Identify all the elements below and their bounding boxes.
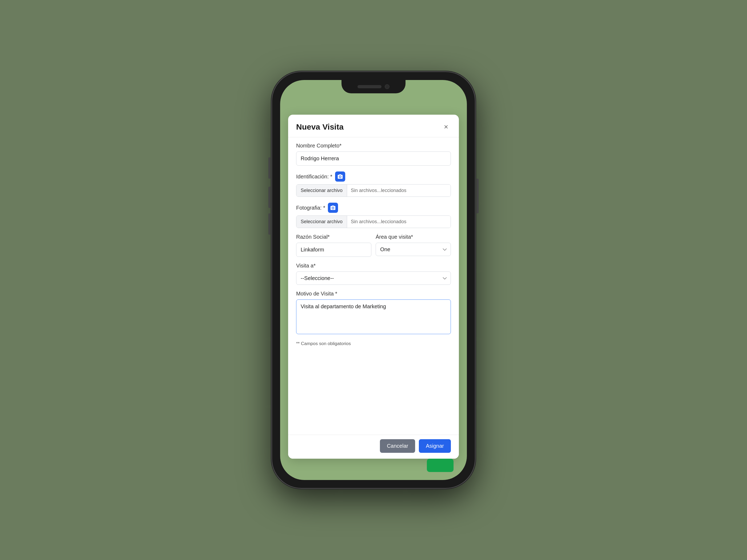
motivo-visita-textarea[interactable]: Visita al departamento de Marketing xyxy=(296,299,451,334)
phone-screen: Nueva Visita × Nombre Completo* Identifi… xyxy=(280,80,467,480)
fotografia-select-file-button[interactable]: Seleccionar archivo xyxy=(297,216,347,228)
identificacion-file-status: Sin archivos...leccionados xyxy=(347,185,450,196)
area-visita-field: Área que visita* One Two Three xyxy=(376,234,451,257)
cancel-button[interactable]: Cancelar xyxy=(380,439,415,453)
identificacion-camera-button[interactable] xyxy=(335,171,345,182)
razon-area-row: Razón Social* Área que visita* One Two T… xyxy=(296,234,451,263)
modal-title: Nueva Visita xyxy=(296,123,344,131)
visita-a-select[interactable]: --Seleccione-- xyxy=(296,271,451,285)
fotografia-file-row: Seleccionar archivo Sin archivos...lecci… xyxy=(296,215,451,228)
area-visita-select[interactable]: One Two Three xyxy=(376,243,451,256)
modal-body: Nombre Completo* Identificación: * xyxy=(288,137,459,435)
razon-social-label: Razón Social* xyxy=(296,234,371,240)
modal-footer: Cancelar Asignar xyxy=(288,435,459,459)
area-visita-label: Área que visita* xyxy=(376,234,451,240)
fotografia-label: Fotografia: * xyxy=(296,203,451,213)
phone-frame: Nueva Visita × Nombre Completo* Identifi… xyxy=(272,72,475,488)
identificacion-file-row: Seleccionar archivo Sin archivos...lecci… xyxy=(296,184,451,197)
motivo-visita-field: Motivo de Visita * Visita al departament… xyxy=(296,291,451,335)
green-button-peek xyxy=(427,459,454,472)
notch xyxy=(341,80,406,93)
camera xyxy=(385,84,389,89)
identificacion-select-file-button[interactable]: Seleccionar archivo xyxy=(297,185,347,196)
fotografia-field: Fotografia: * Seleccionar archivo Sin ar… xyxy=(296,203,451,228)
razon-social-input[interactable] xyxy=(296,243,371,257)
fotografia-file-status: Sin archivos...leccionados xyxy=(347,216,450,228)
identificacion-field: Identificación: * Seleccionar archivo Si… xyxy=(296,171,451,197)
motivo-visita-label: Motivo de Visita * xyxy=(296,291,451,297)
nombre-completo-field: Nombre Completo* xyxy=(296,143,451,166)
visita-a-field: Visita a* --Seleccione-- xyxy=(296,263,451,285)
close-button[interactable]: × xyxy=(441,122,451,132)
nombre-completo-label: Nombre Completo* xyxy=(296,143,451,149)
fotografia-camera-button[interactable] xyxy=(328,203,338,213)
modal-header: Nueva Visita × xyxy=(288,115,459,137)
assign-button[interactable]: Asignar xyxy=(419,439,451,453)
visita-a-label: Visita a* xyxy=(296,263,451,269)
speaker xyxy=(358,85,382,88)
nueva-visita-modal: Nueva Visita × Nombre Completo* Identifi… xyxy=(288,115,459,459)
identificacion-label: Identificación: * xyxy=(296,171,451,182)
nombre-completo-input[interactable] xyxy=(296,152,451,166)
required-note: ** Campos son obligatorios xyxy=(296,341,451,346)
razon-social-field: Razón Social* xyxy=(296,234,371,257)
